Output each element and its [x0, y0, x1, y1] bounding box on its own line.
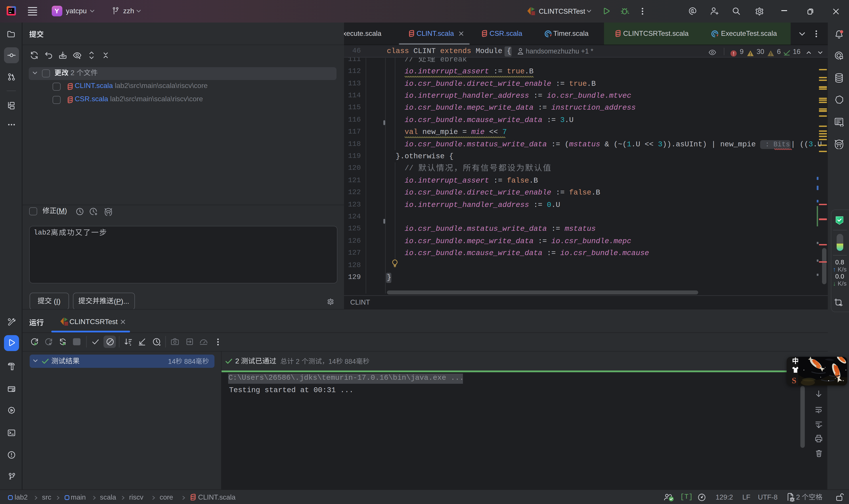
svg-text:IJ: IJ: [9, 8, 12, 11]
